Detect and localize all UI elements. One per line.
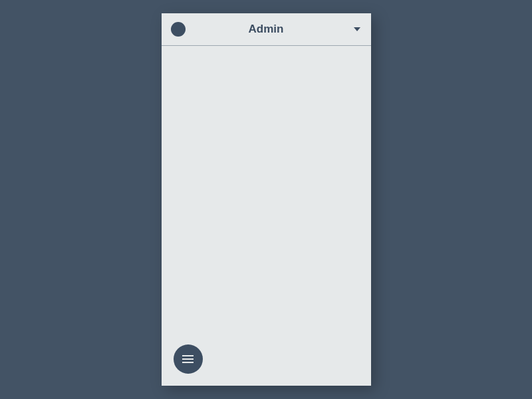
menu-fab-button[interactable]: [174, 344, 203, 374]
hamburger-icon: [182, 355, 194, 363]
page-title: Admin: [162, 23, 371, 36]
avatar[interactable]: [171, 22, 186, 37]
app-frame: Admin: [162, 13, 371, 386]
dropdown-caret-icon[interactable]: [354, 27, 360, 31]
top-bar: Admin: [162, 13, 371, 46]
